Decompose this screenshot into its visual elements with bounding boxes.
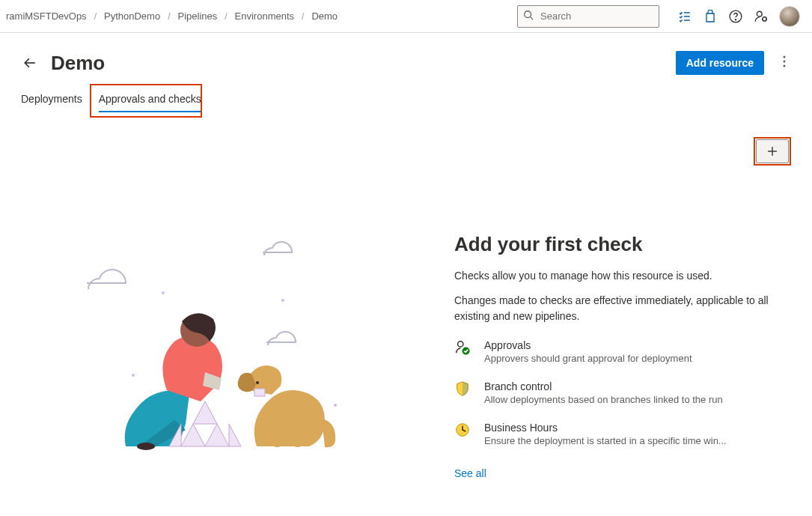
svg-point-30 [458,342,463,347]
check-approvals[interactable]: Approvals Approvers should grant approva… [454,339,776,364]
empty-desc-1: Checks allow you to manage how this reso… [454,268,776,284]
crumb-pipelines[interactable]: Pipelines [177,10,217,22]
add-check-button[interactable] [756,139,789,163]
svg-point-7 [757,11,762,16]
empty-heading: Add your first check [454,233,776,256]
shopping-bag-icon[interactable] [703,9,718,24]
svg-marker-22 [181,424,205,446]
crumb-environments[interactable]: Environments [235,10,294,22]
crumb-sep: / [225,11,227,22]
crumb-sep: / [94,11,97,22]
check-desc: Ensure the deployment is started in a sp… [484,435,727,446]
svg-point-17 [132,374,135,377]
add-resource-button[interactable]: Add resource [676,51,764,75]
crumb-project[interactable]: PythonDemo [104,10,160,22]
breadcrumbs: ramiMSFTDevOps / PythonDemo / Pipelines … [6,10,338,22]
search-wrap [517,5,659,28]
check-suggestions: Approvals Approvers should grant approva… [454,339,776,446]
crumb-sep: / [168,11,170,22]
svg-marker-23 [205,424,229,446]
crumb-sep: / [302,11,304,22]
page-title: Demo [51,52,105,75]
svg-rect-27 [274,429,281,447]
crumb-current[interactable]: Demo [311,10,338,22]
check-desc: Allow deployments based on branches link… [484,394,723,405]
user-settings-icon[interactable] [754,9,769,24]
svg-rect-28 [254,389,265,396]
highlight-annotation [754,137,791,166]
more-actions-button[interactable] [778,55,791,70]
crumb-org[interactable]: ramiMSFTDevOps [6,10,87,22]
svg-point-31 [463,347,470,355]
clock-icon [454,422,471,438]
help-icon[interactable] [728,9,743,24]
svg-point-15 [162,291,165,294]
avatar[interactable] [779,6,800,27]
svg-point-12 [784,65,786,67]
svg-point-6 [735,19,736,19]
tab-deployments[interactable]: Deployments [21,88,82,112]
search-input[interactable] [517,5,659,28]
page: Demo Add resource Deployments Approvals … [0,33,812,516]
back-button[interactable] [21,54,39,72]
check-title: Branch control [484,380,723,392]
info-panel: Add your first check Checks allow you to… [454,210,776,480]
tabs: Deployments Approvals and checks [21,88,791,113]
empty-desc-2: Changes made to checks are effective imm… [454,293,776,324]
check-title: Approvals [484,339,692,351]
check-branch-control[interactable]: Branch control Allow deployments based o… [454,380,776,405]
approvals-icon [454,339,471,356]
svg-marker-25 [229,424,241,446]
svg-rect-26 [294,428,301,447]
svg-point-18 [334,404,337,407]
svg-point-20 [137,443,155,450]
top-bar: ramiMSFTDevOps / PythonDemo / Pipelines … [0,0,812,33]
tab-approvals-checks[interactable]: Approvals and checks [99,88,201,112]
empty-illustration [36,210,424,480]
check-desc: Approvers should grant approval for depl… [484,353,692,364]
topbar-icons [677,6,800,27]
page-header: Demo Add resource [21,51,791,75]
svg-point-29 [256,381,259,384]
check-title: Business Hours [484,422,727,434]
see-all-link[interactable]: See all [454,467,486,479]
svg-point-16 [281,299,284,302]
content: Add your first check Checks allow you to… [21,210,791,480]
check-business-hours[interactable]: Business Hours Ensure the deployment is … [454,422,776,446]
checklist-icon[interactable] [677,9,692,24]
svg-point-10 [784,56,786,58]
svg-marker-21 [193,401,217,424]
shield-icon [454,380,471,397]
svg-point-11 [784,61,786,63]
